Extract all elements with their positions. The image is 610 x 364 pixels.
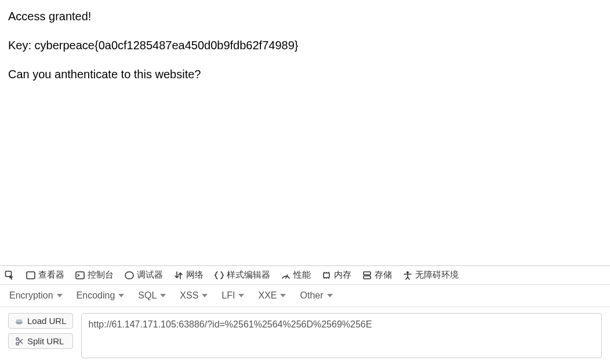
dropdown-label: SQL xyxy=(138,290,157,301)
dropdown-label: XXE xyxy=(258,290,277,301)
load-url-button[interactable]: Load URL xyxy=(8,313,73,329)
dropdown-sql[interactable]: SQL xyxy=(138,290,166,301)
svg-point-7 xyxy=(406,271,409,274)
tab-accessibility[interactable]: 无障碍环境 xyxy=(402,270,459,281)
button-label: Load URL xyxy=(27,316,67,326)
dropdown-encryption[interactable]: Encryption xyxy=(9,290,63,301)
caret-down-icon xyxy=(118,294,124,297)
dropdown-lfi[interactable]: LFI xyxy=(222,290,244,301)
load-url-icon xyxy=(14,316,24,326)
svg-rect-6 xyxy=(364,276,371,279)
storage-icon xyxy=(362,270,372,281)
caret-down-icon xyxy=(327,294,333,297)
dropdown-label: LFI xyxy=(222,290,235,301)
split-url-button[interactable]: Split URL xyxy=(8,333,73,349)
dropdown-label: XSS xyxy=(180,290,198,301)
svg-rect-5 xyxy=(364,272,371,275)
devtools-panel: 查看器 控制台 调试器 网络 样式编辑器 xyxy=(0,265,610,364)
tab-inspector[interactable]: 查看器 xyxy=(26,270,64,281)
caret-down-icon xyxy=(57,294,63,297)
button-label: Split URL xyxy=(27,336,64,346)
svg-rect-2 xyxy=(76,272,84,279)
tab-label: 查看器 xyxy=(38,270,64,281)
tab-performance[interactable]: 性能 xyxy=(281,270,311,281)
element-picker-icon xyxy=(5,270,15,281)
dropdown-xss[interactable]: XSS xyxy=(180,290,208,301)
svg-rect-4 xyxy=(324,273,329,278)
console-icon xyxy=(75,270,85,281)
caret-down-icon xyxy=(160,294,166,297)
tab-label: 网络 xyxy=(186,270,204,281)
dropdown-label: Encoding xyxy=(77,290,115,301)
tab-picker[interactable] xyxy=(5,270,15,281)
performance-icon xyxy=(281,270,291,281)
tab-debugger[interactable]: 调试器 xyxy=(124,270,163,281)
tab-console[interactable]: 控制台 xyxy=(75,270,114,281)
svg-point-10 xyxy=(16,337,19,340)
split-url-icon xyxy=(14,337,24,346)
tab-label: 调试器 xyxy=(137,270,163,281)
dropdown-encoding[interactable]: Encoding xyxy=(77,290,125,301)
url-input[interactable]: http://61.147.171.105:63886/?id=%2561%25… xyxy=(81,313,602,358)
dropdown-label: Encryption xyxy=(9,290,53,301)
url-section: Load URL Split URL http://61.147.171.105… xyxy=(0,307,610,364)
key-text: Key: cyberpeace{0a0cf1285487ea450d0b9fdb… xyxy=(8,37,602,53)
tab-network[interactable]: 网络 xyxy=(173,270,204,281)
inspector-icon xyxy=(26,270,36,281)
svg-rect-3 xyxy=(125,272,133,279)
url-value: http://61.147.171.105:63886/?id=%2561%25… xyxy=(89,319,372,329)
tab-style-editor[interactable]: 样式编辑器 xyxy=(214,270,270,281)
tab-memory[interactable]: 内存 xyxy=(321,270,351,281)
tab-label: 无障碍环境 xyxy=(415,270,459,281)
tab-label: 内存 xyxy=(334,270,351,281)
accessibility-icon xyxy=(402,270,413,281)
tab-label: 存储 xyxy=(375,270,392,281)
hackbar-toolbar: Encryption Encoding SQL XSS LFI XXE Othe… xyxy=(0,285,610,307)
page-content: Access granted! Key: cyberpeace{0a0cf128… xyxy=(0,0,610,103)
tab-label: 样式编辑器 xyxy=(227,270,270,281)
memory-icon xyxy=(321,270,332,281)
network-icon xyxy=(173,270,184,281)
devtools-tabs: 查看器 控制台 调试器 网络 样式编辑器 xyxy=(0,266,610,285)
svg-rect-1 xyxy=(27,272,35,279)
caret-down-icon xyxy=(280,294,286,297)
access-granted-text: Access granted! xyxy=(8,8,602,24)
dropdown-other[interactable]: Other xyxy=(300,290,332,301)
caret-down-icon xyxy=(202,294,208,297)
svg-rect-9 xyxy=(16,319,22,322)
dropdown-xxe[interactable]: XXE xyxy=(258,290,286,301)
tab-storage[interactable]: 存储 xyxy=(362,270,392,281)
dropdown-label: Other xyxy=(300,290,323,301)
svg-point-11 xyxy=(16,342,19,344)
tab-label: 控制台 xyxy=(88,270,114,281)
url-buttons: Load URL Split URL xyxy=(8,313,73,349)
question-text: Can you anthenticate to this website? xyxy=(8,66,602,82)
debugger-icon xyxy=(124,270,135,281)
tab-label: 性能 xyxy=(293,270,311,281)
caret-down-icon xyxy=(238,294,244,297)
style-editor-icon xyxy=(214,270,224,281)
